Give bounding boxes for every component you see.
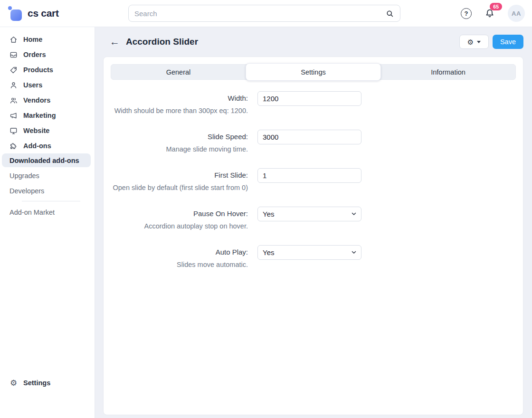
sidebar-item-add-ons[interactable]: Add-ons (0, 138, 95, 153)
gear-icon: ⚙ (9, 379, 18, 388)
slide-speed-input[interactable] (257, 130, 361, 144)
sidebar-item-label: Add-ons (23, 142, 51, 150)
sidebar-item-add-on-market[interactable]: Add-on Market (0, 205, 95, 220)
sidebar-item-settings[interactable]: ⚙ Settings (0, 375, 95, 390)
help-icon[interactable]: ? (461, 8, 472, 19)
cscart-logo-icon (8, 5, 23, 21)
sidebar: Home Orders Products Users Vendors Marke… (0, 27, 95, 418)
sidebar-item-label: Website (23, 127, 49, 134)
orders-icon (9, 50, 18, 59)
tab-general[interactable]: General (111, 65, 246, 79)
field-label: Pause On Hover: (111, 207, 248, 221)
cscart-logo[interactable]: cs cart (8, 5, 59, 21)
form-field-row: Auto Play: Slides move automatic. Yes (104, 245, 523, 269)
sidebar-main-nav: Home Orders Products Users Vendors Marke… (0, 32, 95, 153)
tab-label: General (166, 68, 191, 76)
gear-icon: ⚙ (467, 38, 474, 46)
sidebar-item-label: Settings (23, 379, 50, 387)
sidebar-item-label: Products (23, 66, 53, 74)
sidebar-item-label: Vendors (23, 96, 50, 104)
field-hint: Width should be more than 300px eq: 1200… (111, 106, 248, 115)
page-title: Accordion Slider (126, 37, 198, 47)
content-panel: General Settings Information Width: Widt… (103, 57, 523, 415)
sidebar-item-label: Downloaded add-ons (10, 157, 79, 164)
top-header: cs cart ? 65 AA (0, 0, 532, 27)
products-icon (9, 66, 18, 75)
logo-text: cs cart (28, 8, 59, 19)
sidebar-item-label: Upgrades (10, 172, 39, 180)
sidebar-item-website[interactable]: Website (0, 123, 95, 138)
field-label: Width: (111, 91, 248, 105)
sidebar-divider (22, 201, 80, 201)
logo-dot (8, 6, 12, 10)
tab-strip: General Settings Information (111, 64, 516, 80)
field-hint: Slides move automatic. (111, 260, 248, 269)
pause-on-hover-select[interactable]: Yes (257, 207, 361, 221)
main-area: ← Accordion Slider ⚙ Save General Settin… (95, 27, 532, 418)
sidebar-item-label: Users (23, 81, 42, 89)
back-arrow-icon[interactable]: ← (110, 37, 120, 47)
caret-down-icon (477, 41, 481, 43)
auto-play-select[interactable]: Yes (257, 245, 361, 260)
marketing-icon (9, 111, 18, 120)
settings-form: Width: Width should be more than 300px e… (104, 91, 523, 269)
notifications-button[interactable]: 65 (484, 8, 495, 19)
vendors-icon (9, 96, 18, 105)
field-hint: Manage slide moving time. (111, 145, 248, 153)
sidebar-item-label: Orders (23, 51, 46, 58)
first-slide-input[interactable] (257, 168, 361, 183)
field-hint: Open slide by default (first slide start… (111, 183, 248, 192)
sidebar-item-orders[interactable]: Orders (0, 47, 95, 62)
sidebar-item-developers[interactable]: Developers (0, 183, 95, 199)
field-label: Slide Speed: (111, 130, 248, 144)
sidebar-item-products[interactable]: Products (0, 62, 95, 77)
field-hint: Accordion autoplay stop on hover. (111, 222, 248, 230)
form-field-row: First Slide: Open slide by default (firs… (104, 168, 523, 192)
tab-settings[interactable]: Settings (246, 63, 381, 81)
users-icon (9, 81, 18, 90)
sidebar-item-marketing[interactable]: Marketing (0, 108, 95, 123)
form-field-row: Width: Width should be more than 300px e… (104, 91, 523, 115)
sidebar-item-label: Home (23, 36, 42, 43)
home-icon (9, 35, 18, 44)
sidebar-item-label: Marketing (23, 112, 56, 119)
tab-label: Information (431, 68, 466, 76)
toolbar-actions: ⚙ Save (459, 35, 523, 49)
search-icon[interactable] (385, 9, 394, 18)
field-label: Auto Play: (111, 245, 248, 259)
save-button[interactable]: Save (493, 35, 523, 49)
sidebar-item-home[interactable]: Home (0, 32, 95, 47)
form-field-row: Pause On Hover: Accordion autoplay stop … (104, 207, 523, 230)
sidebar-item-users[interactable]: Users (0, 77, 95, 93)
width-input[interactable] (257, 91, 361, 106)
logo-square (10, 10, 22, 21)
sidebar-item-label: Add-on Market (10, 209, 55, 216)
sidebar-item-vendors[interactable]: Vendors (0, 93, 95, 108)
sidebar-item-label: Developers (10, 187, 44, 195)
tab-label: Settings (301, 68, 325, 76)
search-box[interactable] (128, 5, 400, 22)
header-actions: ? 65 AA (461, 0, 525, 27)
sidebar-sub-nav: Downloaded add-ons Upgrades Developers (0, 153, 95, 199)
addons-icon (9, 142, 18, 151)
gear-dropdown-button[interactable]: ⚙ (459, 35, 489, 49)
sidebar-item-upgrades[interactable]: Upgrades (0, 168, 95, 183)
website-icon (9, 126, 18, 135)
avatar[interactable]: AA (508, 5, 525, 22)
form-field-row: Slide Speed: Manage slide moving time. (104, 130, 523, 153)
field-label: First Slide: (111, 168, 248, 182)
page-toolbar: ← Accordion Slider ⚙ Save (95, 27, 532, 57)
sidebar-item-downloaded-add-ons[interactable]: Downloaded add-ons (2, 153, 91, 167)
tab-information[interactable]: Information (381, 65, 515, 79)
notifications-count-badge: 65 (490, 3, 502, 10)
search-input[interactable] (134, 10, 385, 18)
